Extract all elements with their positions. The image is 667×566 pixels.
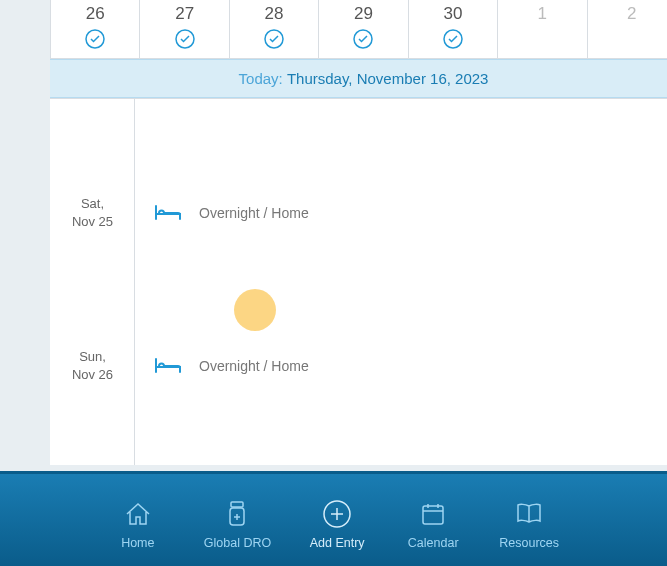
today-date: Thursday, November 16, 2023 xyxy=(287,70,489,87)
entry-text: Overnight / Home xyxy=(199,358,309,374)
check-circle-icon xyxy=(174,28,196,50)
schedule-entry[interactable]: Overnight / Home xyxy=(155,204,309,222)
day-number: 28 xyxy=(230,4,318,24)
schedule-entry[interactable]: Overnight / Home xyxy=(155,357,309,375)
pill-bottle-icon xyxy=(222,500,252,528)
calendar-day-cell[interactable]: 30 xyxy=(409,0,498,59)
nav-add-entry[interactable]: Add Entry xyxy=(307,500,367,550)
nav-label: Add Entry xyxy=(310,536,365,550)
bed-icon xyxy=(155,357,181,375)
plus-circle-icon xyxy=(322,500,352,528)
schedule-date-label: Sat, Nov 25 xyxy=(50,195,135,231)
bottom-nav: Home Global DRO Add Entry Calendar Resou… xyxy=(0,471,667,566)
nav-resources[interactable]: Resources xyxy=(499,500,559,550)
nav-calendar[interactable]: Calendar xyxy=(403,500,463,550)
nav-label: Home xyxy=(121,536,154,550)
nav-global-dro[interactable]: Global DRO xyxy=(204,500,271,550)
highlight-marker xyxy=(234,289,276,331)
schedule-scroll[interactable]: Sat, Nov 25 Overnight / Home Sun, Nov 26 xyxy=(50,99,667,465)
calendar-icon xyxy=(418,500,448,528)
nav-label: Global DRO xyxy=(204,536,271,550)
schedule-date-label: Sun, Nov 26 xyxy=(50,348,135,384)
nav-label: Resources xyxy=(499,536,559,550)
calendar-day-cell[interactable]: 29 xyxy=(319,0,408,59)
calendar-week-row: 26 27 28 29 30 xyxy=(50,0,667,59)
svg-rect-8 xyxy=(423,506,443,524)
day-number: 29 xyxy=(319,4,407,24)
day-number: 30 xyxy=(409,4,497,24)
day-number: 1 xyxy=(498,4,586,24)
svg-rect-5 xyxy=(231,502,243,507)
calendar-day-cell[interactable]: 26 xyxy=(51,0,140,59)
calendar-day-cell[interactable]: 28 xyxy=(230,0,319,59)
day-number: 27 xyxy=(140,4,228,24)
check-circle-icon xyxy=(263,28,285,50)
day-number: 26 xyxy=(51,4,139,24)
check-circle-icon xyxy=(84,28,106,50)
check-circle-icon xyxy=(352,28,374,50)
calendar-day-cell[interactable]: 1 xyxy=(498,0,587,59)
check-circle-icon xyxy=(442,28,464,50)
book-icon xyxy=(514,500,544,528)
today-label: Today: xyxy=(239,70,283,87)
entry-text: Overnight / Home xyxy=(199,205,309,221)
day-number: 2 xyxy=(588,4,667,24)
nav-home[interactable]: Home xyxy=(108,500,168,550)
nav-label: Calendar xyxy=(408,536,459,550)
schedule-area: Sat, Nov 25 Overnight / Home Sun, Nov 26 xyxy=(50,98,667,465)
home-icon xyxy=(123,500,153,528)
today-banner[interactable]: Today: Thursday, November 16, 2023 xyxy=(50,59,667,98)
bed-icon xyxy=(155,204,181,222)
calendar-day-cell[interactable]: 2 xyxy=(588,0,667,59)
calendar-day-cell[interactable]: 27 xyxy=(140,0,229,59)
